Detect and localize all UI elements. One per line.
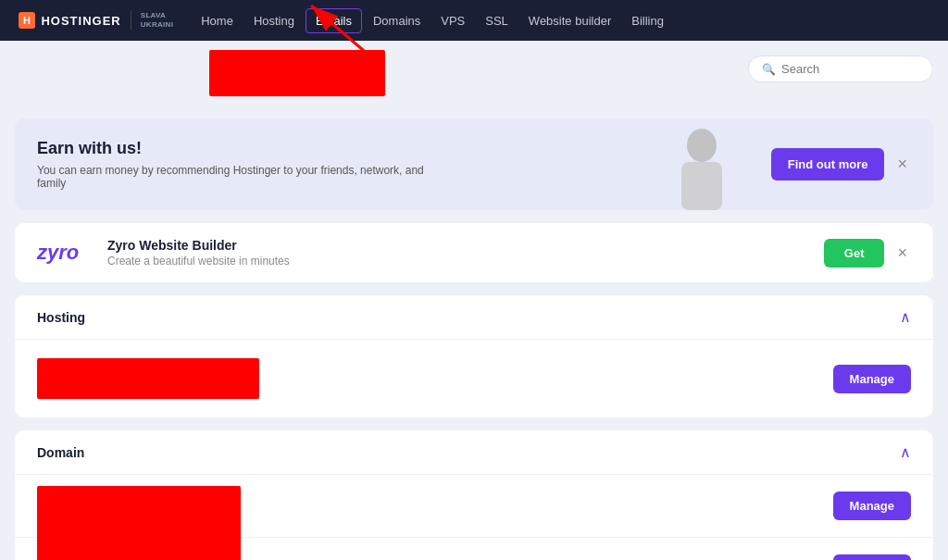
earn-description: You can earn money by recommending Hosti… bbox=[37, 164, 444, 190]
navbar: H HOSTINGER SLAVA UKRAINI Home Hosting E… bbox=[0, 0, 948, 41]
nav-item-hosting[interactable]: Hosting bbox=[244, 8, 304, 33]
earn-banner: Earn with us! You can earn money by reco… bbox=[15, 118, 933, 210]
navbar-brand: H HOSTINGER SLAVA UKRAINI bbox=[19, 11, 173, 29]
earn-banner-close-button[interactable]: × bbox=[893, 151, 911, 178]
zyro-close-button[interactable]: × bbox=[893, 240, 911, 267]
domain-rows-wrapper: Manage Manage Manage bbox=[15, 475, 933, 560]
earn-title: Earn with us! bbox=[37, 139, 444, 158]
search-icon: 🔍 bbox=[762, 63, 776, 76]
annotation-red-box-top bbox=[209, 50, 385, 96]
find-out-more-button[interactable]: Find out more bbox=[771, 148, 885, 180]
zyro-get-button[interactable]: Get bbox=[824, 239, 885, 268]
search-bar: 🔍 bbox=[748, 56, 933, 82]
zyro-card: zyro Zyro Website Builder Create a beaut… bbox=[15, 223, 933, 282]
brand-name: HOSTINGER bbox=[41, 14, 120, 28]
domain-chevron-icon[interactable]: ∧ bbox=[900, 443, 911, 461]
brand-slogan: SLAVA UKRAINI bbox=[131, 11, 173, 29]
domain-section-title: Domain bbox=[37, 445, 84, 460]
zyro-actions: Get × bbox=[824, 239, 911, 268]
hosting-row: Manage bbox=[15, 340, 933, 417]
hosting-section: Hosting ∧ Manage bbox=[15, 295, 933, 417]
domain-info-redacted bbox=[37, 486, 241, 560]
earn-decoration bbox=[637, 118, 767, 210]
hosting-info-redacted bbox=[37, 358, 259, 399]
person-svg bbox=[665, 127, 739, 210]
earn-actions: Find out more × bbox=[771, 148, 911, 180]
nav-item-ssl[interactable]: SSL bbox=[476, 8, 518, 33]
svg-rect-3 bbox=[681, 162, 722, 210]
nav-item-home[interactable]: Home bbox=[192, 8, 243, 33]
hosting-section-title: Hosting bbox=[37, 310, 85, 325]
nav-item-emails[interactable]: Emails bbox=[306, 8, 362, 33]
domain-manage-button-1[interactable]: Manage bbox=[833, 492, 911, 520]
domain-section: Domain ∧ Manage Manage Manage bbox=[15, 430, 933, 560]
nav-items: Home Hosting Emails Domains VPS SSL Webs… bbox=[192, 8, 929, 33]
domain-section-header: Domain ∧ bbox=[15, 430, 933, 475]
earn-text: Earn with us! You can earn money by reco… bbox=[37, 139, 444, 190]
search-input[interactable] bbox=[781, 62, 919, 76]
zyro-description: Create a beautiful website in minutes bbox=[107, 255, 290, 268]
brand-logo: H bbox=[19, 12, 35, 29]
zyro-title: Zyro Website Builder bbox=[107, 238, 290, 253]
svg-point-2 bbox=[687, 129, 717, 162]
main-area: 🔍 Earn with us! You can earn money by re… bbox=[0, 41, 948, 560]
hosting-section-header: Hosting ∧ bbox=[15, 295, 933, 340]
zyro-logo: zyro bbox=[37, 241, 93, 265]
domain-manage-button-2[interactable]: Manage bbox=[833, 554, 911, 560]
zyro-info: Zyro Website Builder Create a beautiful … bbox=[107, 238, 290, 268]
annotation-top bbox=[209, 50, 385, 96]
nav-item-billing[interactable]: Billing bbox=[622, 8, 673, 33]
nav-item-domains[interactable]: Domains bbox=[364, 8, 430, 33]
hosting-chevron-icon[interactable]: ∧ bbox=[900, 308, 911, 326]
nav-item-vps[interactable]: VPS bbox=[431, 8, 474, 33]
nav-item-website-builder[interactable]: Website builder bbox=[519, 8, 620, 33]
hosting-manage-button[interactable]: Manage bbox=[833, 365, 911, 393]
